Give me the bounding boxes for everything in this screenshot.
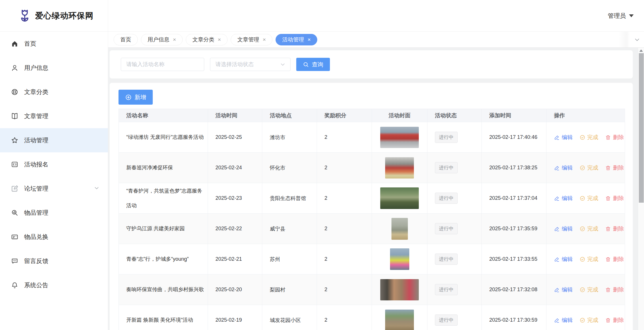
- edit-link[interactable]: 编辑: [554, 316, 573, 324]
- complete-link[interactable]: 完成: [580, 256, 598, 263]
- topbar: 管理员: [108, 0, 644, 32]
- app-logo: 爱心绿动环保网: [0, 0, 108, 32]
- activity-cover-image[interactable]: [380, 279, 419, 300]
- sidebar-item-label: 活动报名: [24, 160, 48, 168]
- admin-dropdown[interactable]: 管理员: [608, 12, 634, 20]
- edit-link[interactable]: 编辑: [554, 134, 573, 141]
- trash-icon: [605, 226, 611, 232]
- sidebar-item-forum-manage[interactable]: 论坛管理: [0, 176, 108, 201]
- select-placeholder: 请选择活动状态: [215, 61, 254, 68]
- edit-link[interactable]: 编辑: [554, 256, 573, 263]
- close-icon[interactable]: [173, 37, 176, 42]
- tab-首页[interactable]: 首页: [114, 34, 138, 45]
- complete-link[interactable]: 完成: [580, 164, 598, 172]
- check-circle-icon: [580, 135, 585, 140]
- delete-link[interactable]: 删除: [605, 316, 624, 324]
- activity-status-cell: 进行中: [427, 305, 482, 330]
- close-icon[interactable]: [218, 37, 221, 42]
- activity-name-cell: “青春护河，共筑蓝色梦”志愿服务活动: [119, 183, 208, 214]
- activity-cover-cell: [372, 275, 427, 305]
- activity-cover-cell: [372, 183, 427, 214]
- main-area: 管理员 首页 用户信息 文章分类 文章管理 活动管理: [108, 0, 644, 330]
- home-icon: [11, 40, 18, 47]
- added-time-cell: 2025-02-17 17:35:59: [482, 214, 546, 244]
- close-icon[interactable]: [263, 37, 266, 42]
- activity-cover-cell: [372, 244, 427, 275]
- complete-link[interactable]: 完成: [580, 134, 598, 141]
- tab-文章分类[interactable]: 文章分类: [186, 34, 228, 45]
- complete-link[interactable]: 完成: [580, 195, 598, 202]
- sidebar-item-article-category[interactable]: 文章分类: [0, 80, 108, 104]
- query-button-label: 查询: [312, 61, 323, 68]
- column-header: 活动封面: [372, 109, 427, 122]
- activity-date-cell: 2025-02-25: [208, 122, 262, 153]
- check-circle-icon: [580, 317, 585, 323]
- sidebar-item-announcement[interactable]: 系统公告: [0, 273, 108, 297]
- status-badge: 进行中: [435, 132, 458, 143]
- sidebar-item-activity-signup[interactable]: 活动报名: [0, 152, 108, 176]
- bell-icon: [11, 281, 18, 289]
- activity-points-cell: 2: [317, 183, 372, 214]
- book-icon: [11, 112, 18, 120]
- sidebar-item-goods-manage[interactable]: 物品管理: [0, 201, 108, 225]
- admin-label: 管理员: [608, 12, 626, 20]
- sidebar-item-article-manage[interactable]: 文章管理: [0, 104, 108, 128]
- tab-文章管理[interactable]: 文章管理: [231, 34, 272, 45]
- edit-link[interactable]: 编辑: [554, 225, 573, 233]
- delete-link[interactable]: 删除: [605, 286, 624, 293]
- status-badge: 进行中: [435, 223, 458, 234]
- sidebar-item-feedback[interactable]: 留言反馈: [0, 249, 108, 273]
- edit-link[interactable]: 编辑: [554, 286, 573, 293]
- activity-cover-image[interactable]: [380, 127, 419, 148]
- complete-link[interactable]: 完成: [580, 225, 598, 233]
- collapse-menu-icon[interactable]: [117, 12, 125, 20]
- edit-link[interactable]: 编辑: [554, 164, 573, 172]
- tab-label: 文章分类: [192, 36, 214, 43]
- scrollbar-up-arrow[interactable]: [638, 48, 644, 53]
- vertical-scrollbar[interactable]: [638, 48, 644, 330]
- activity-table: 活动名称活动时间活动地点奖励积分活动封面活动状态添加时间操作 “绿动潍坊 无废同…: [119, 109, 625, 330]
- check-circle-icon: [580, 195, 585, 201]
- sidebar-item-home[interactable]: 首页: [0, 32, 108, 56]
- add-button[interactable]: 新增: [119, 90, 153, 105]
- table-row: 奏响环保宣传曲，共唱乡村振兴歌 2025-02-20 梨园村 2 进行中 202…: [119, 275, 625, 305]
- category-icon: [11, 88, 18, 96]
- close-icon[interactable]: [307, 37, 311, 42]
- activity-name-cell: 奏响环保宣传曲，共唱乡村振兴歌: [119, 275, 208, 305]
- activity-cover-image[interactable]: [380, 187, 419, 209]
- query-button[interactable]: 查询: [296, 58, 330, 71]
- tab-bar: 首页 用户信息 文章分类 文章管理 活动管理: [108, 32, 644, 48]
- complete-link[interactable]: 完成: [580, 286, 598, 293]
- pen-icon: [554, 135, 560, 140]
- activity-cover-image[interactable]: [390, 248, 409, 270]
- sidebar-item-label: 物品兑换: [24, 233, 48, 241]
- activity-cover-image[interactable]: [391, 218, 408, 240]
- tab-overflow-button[interactable]: [630, 32, 644, 47]
- activity-status-select[interactable]: 请选择活动状态: [210, 58, 291, 71]
- sidebar-item-activity-manage[interactable]: 活动管理: [0, 128, 108, 152]
- scrollbar-thumb[interactable]: [639, 53, 644, 203]
- delete-link[interactable]: 删除: [605, 256, 624, 263]
- tab-用户信息[interactable]: 用户信息: [141, 34, 183, 45]
- tab-label: 用户信息: [148, 36, 169, 43]
- column-header: 添加时间: [482, 109, 546, 122]
- actions-cell: 编辑 完成 删除: [546, 153, 625, 183]
- complete-link[interactable]: 完成: [580, 316, 598, 324]
- sidebar-item-goods-exchange[interactable]: 物品兑换: [0, 225, 108, 249]
- activity-cover-image[interactable]: [385, 310, 414, 330]
- activity-cover-image[interactable]: [385, 157, 414, 179]
- delete-link[interactable]: 删除: [605, 134, 624, 141]
- sidebar-item-label: 论坛管理: [24, 185, 48, 193]
- status-badge: 进行中: [435, 193, 458, 204]
- table-row: “绿动潍坊 无废同行”志愿服务活动 2025-02-25 潍坊市 2 进行中 2…: [119, 122, 625, 153]
- trash-icon: [605, 256, 611, 262]
- sidebar-item-users[interactable]: 用户信息: [0, 56, 108, 80]
- delete-link[interactable]: 删除: [605, 164, 624, 172]
- table-row: “青春护河，共筑蓝色梦”志愿服务活动 2025-02-23 贵阳生态科普馆 2 …: [119, 183, 625, 214]
- tab-活动管理[interactable]: 活动管理: [276, 34, 317, 45]
- activity-name-input[interactable]: [121, 58, 204, 71]
- edit-link[interactable]: 编辑: [554, 195, 573, 202]
- activity-status-cell: 进行中: [427, 183, 482, 214]
- delete-link[interactable]: 删除: [605, 225, 624, 233]
- delete-link[interactable]: 删除: [605, 195, 624, 202]
